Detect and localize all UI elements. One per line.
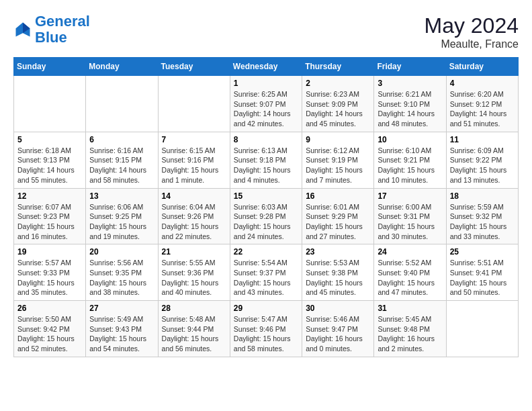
day-info: Sunrise: 6:25 AM Sunset: 9:07 PM Dayligh… (234, 89, 298, 129)
calendar-cell: 21Sunrise: 5:55 AM Sunset: 9:36 PM Dayli… (158, 244, 230, 301)
day-info: Sunrise: 6:16 AM Sunset: 9:15 PM Dayligh… (89, 146, 154, 185)
calendar-cell: 9Sunrise: 6:12 AM Sunset: 9:19 PM Daylig… (302, 132, 374, 188)
calendar-cell: 23Sunrise: 5:53 AM Sunset: 9:38 PM Dayli… (302, 244, 374, 301)
week-row-4: 19Sunrise: 5:57 AM Sunset: 9:33 PM Dayli… (14, 244, 519, 301)
day-number: 23 (306, 247, 370, 257)
day-info: Sunrise: 5:55 AM Sunset: 9:36 PM Dayligh… (162, 258, 226, 298)
day-info: Sunrise: 6:03 AM Sunset: 9:28 PM Dayligh… (234, 202, 298, 242)
calendar-cell: 16Sunrise: 6:01 AM Sunset: 9:29 PM Dayli… (302, 188, 374, 244)
day-number: 11 (450, 135, 515, 144)
week-row-2: 5Sunrise: 6:18 AM Sunset: 9:13 PM Daylig… (14, 132, 519, 188)
day-number: 1 (234, 79, 298, 88)
day-number: 29 (234, 304, 298, 313)
calendar-cell (446, 301, 518, 357)
logo-line1: General (35, 13, 90, 30)
calendar-cell: 3Sunrise: 6:21 AM Sunset: 9:10 PM Daylig… (374, 76, 446, 132)
day-info: Sunrise: 6:04 AM Sunset: 9:26 PM Dayligh… (162, 202, 226, 242)
day-number: 8 (234, 135, 298, 144)
calendar-cell: 11Sunrise: 6:09 AM Sunset: 9:22 PM Dayli… (446, 132, 518, 188)
day-number: 13 (89, 191, 154, 201)
title-block: May 2024 Meaulte, France (424, 13, 519, 50)
calendar-cell: 19Sunrise: 5:57 AM Sunset: 9:33 PM Dayli… (14, 244, 86, 301)
calendar-cell: 22Sunrise: 5:54 AM Sunset: 9:37 PM Dayli… (230, 244, 302, 301)
day-number: 31 (378, 304, 442, 313)
week-row-1: 1Sunrise: 6:25 AM Sunset: 9:07 PM Daylig… (14, 76, 519, 132)
day-number: 7 (162, 135, 226, 144)
logo: General Blue (13, 13, 90, 46)
day-info: Sunrise: 6:01 AM Sunset: 9:29 PM Dayligh… (306, 202, 370, 242)
day-number: 20 (89, 247, 154, 257)
calendar-cell: 25Sunrise: 5:51 AM Sunset: 9:41 PM Dayli… (446, 244, 518, 301)
day-info: Sunrise: 6:06 AM Sunset: 9:25 PM Dayligh… (89, 202, 154, 242)
day-info: Sunrise: 6:18 AM Sunset: 9:13 PM Dayligh… (17, 146, 82, 185)
day-number: 16 (306, 191, 370, 201)
calendar-cell: 6Sunrise: 6:16 AM Sunset: 9:15 PM Daylig… (86, 132, 158, 188)
day-number: 30 (306, 304, 370, 313)
day-info: Sunrise: 6:15 AM Sunset: 9:16 PM Dayligh… (162, 146, 226, 185)
day-info: Sunrise: 6:00 AM Sunset: 9:31 PM Dayligh… (378, 202, 442, 242)
calendar-body: 1Sunrise: 6:25 AM Sunset: 9:07 PM Daylig… (14, 76, 519, 357)
day-info: Sunrise: 5:46 AM Sunset: 9:47 PM Dayligh… (306, 314, 370, 354)
calendar-cell: 14Sunrise: 6:04 AM Sunset: 9:26 PM Dayli… (158, 188, 230, 244)
day-info: Sunrise: 6:20 AM Sunset: 9:12 PM Dayligh… (450, 89, 515, 129)
day-info: Sunrise: 5:47 AM Sunset: 9:46 PM Dayligh… (234, 314, 298, 354)
calendar-cell: 24Sunrise: 5:52 AM Sunset: 9:40 PM Dayli… (374, 244, 446, 301)
week-row-5: 26Sunrise: 5:50 AM Sunset: 9:42 PM Dayli… (14, 301, 519, 357)
day-number: 4 (450, 79, 515, 88)
col-header-saturday: Saturday (446, 58, 518, 76)
calendar-cell: 10Sunrise: 6:10 AM Sunset: 9:21 PM Dayli… (374, 132, 446, 188)
calendar-cell: 1Sunrise: 6:25 AM Sunset: 9:07 PM Daylig… (230, 76, 302, 132)
day-info: Sunrise: 5:50 AM Sunset: 9:42 PM Dayligh… (17, 314, 82, 354)
calendar-cell: 20Sunrise: 5:56 AM Sunset: 9:35 PM Dayli… (86, 244, 158, 301)
calendar-cell (14, 76, 86, 132)
day-info: Sunrise: 5:45 AM Sunset: 9:48 PM Dayligh… (378, 314, 442, 354)
col-header-thursday: Thursday (302, 58, 374, 76)
day-info: Sunrise: 5:56 AM Sunset: 9:35 PM Dayligh… (89, 258, 154, 298)
day-number: 10 (378, 135, 442, 144)
day-info: Sunrise: 5:52 AM Sunset: 9:40 PM Dayligh… (378, 258, 442, 298)
logo-text: General Blue (35, 13, 90, 46)
day-number: 25 (450, 247, 515, 257)
logo-line2: Blue (35, 29, 67, 46)
col-header-sunday: Sunday (14, 58, 86, 76)
day-info: Sunrise: 6:07 AM Sunset: 9:23 PM Dayligh… (17, 202, 82, 242)
day-number: 18 (450, 191, 515, 201)
page-header: General Blue May 2024 Meaulte, France (13, 13, 519, 50)
calendar-cell: 26Sunrise: 5:50 AM Sunset: 9:42 PM Dayli… (14, 301, 86, 357)
day-number: 15 (234, 191, 298, 201)
day-info: Sunrise: 5:48 AM Sunset: 9:44 PM Dayligh… (162, 314, 226, 354)
calendar-cell: 4Sunrise: 6:20 AM Sunset: 9:12 PM Daylig… (446, 76, 518, 132)
day-info: Sunrise: 5:57 AM Sunset: 9:33 PM Dayligh… (17, 258, 82, 298)
day-info: Sunrise: 6:23 AM Sunset: 9:09 PM Dayligh… (306, 89, 370, 129)
calendar-cell: 31Sunrise: 5:45 AM Sunset: 9:48 PM Dayli… (374, 301, 446, 357)
day-number: 27 (89, 304, 154, 313)
day-number: 12 (17, 191, 82, 201)
day-number: 9 (306, 135, 370, 144)
day-info: Sunrise: 5:49 AM Sunset: 9:43 PM Dayligh… (89, 314, 154, 354)
calendar-cell: 29Sunrise: 5:47 AM Sunset: 9:46 PM Dayli… (230, 301, 302, 357)
calendar-cell: 12Sunrise: 6:07 AM Sunset: 9:23 PM Dayli… (14, 188, 86, 244)
day-number: 19 (17, 247, 82, 257)
day-info: Sunrise: 6:21 AM Sunset: 9:10 PM Dayligh… (378, 89, 442, 129)
day-info: Sunrise: 5:59 AM Sunset: 9:32 PM Dayligh… (450, 202, 515, 242)
day-info: Sunrise: 6:09 AM Sunset: 9:22 PM Dayligh… (450, 146, 515, 185)
day-info: Sunrise: 6:10 AM Sunset: 9:21 PM Dayligh… (378, 146, 442, 185)
calendar-cell: 13Sunrise: 6:06 AM Sunset: 9:25 PM Dayli… (86, 188, 158, 244)
calendar-cell: 28Sunrise: 5:48 AM Sunset: 9:44 PM Dayli… (158, 301, 230, 357)
day-info: Sunrise: 5:54 AM Sunset: 9:37 PM Dayligh… (234, 258, 298, 298)
col-header-wednesday: Wednesday (230, 58, 302, 76)
calendar-cell: 18Sunrise: 5:59 AM Sunset: 9:32 PM Dayli… (446, 188, 518, 244)
location: Meaulte, France (424, 38, 519, 50)
calendar-cell: 17Sunrise: 6:00 AM Sunset: 9:31 PM Dayli… (374, 188, 446, 244)
month-year: May 2024 (424, 13, 519, 38)
col-header-friday: Friday (374, 58, 446, 76)
calendar-cell: 8Sunrise: 6:13 AM Sunset: 9:18 PM Daylig… (230, 132, 302, 188)
calendar-cell: 5Sunrise: 6:18 AM Sunset: 9:13 PM Daylig… (14, 132, 86, 188)
day-number: 21 (162, 247, 226, 257)
calendar-cell: 2Sunrise: 6:23 AM Sunset: 9:09 PM Daylig… (302, 76, 374, 132)
day-number: 14 (162, 191, 226, 201)
day-number: 5 (17, 135, 82, 144)
calendar-cell: 15Sunrise: 6:03 AM Sunset: 9:28 PM Dayli… (230, 188, 302, 244)
calendar-cell: 27Sunrise: 5:49 AM Sunset: 9:43 PM Dayli… (86, 301, 158, 357)
calendar-cell (86, 76, 158, 132)
